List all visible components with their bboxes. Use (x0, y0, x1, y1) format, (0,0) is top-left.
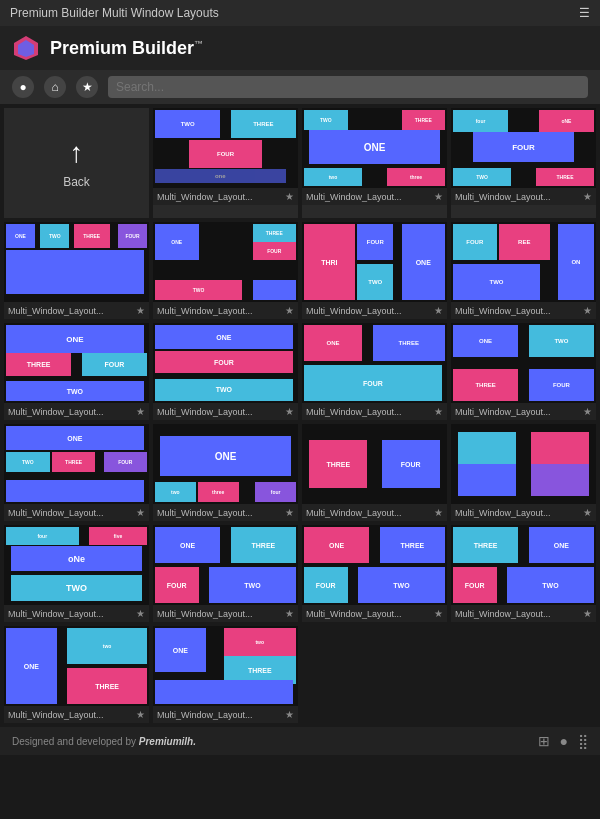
favorite-star[interactable]: ★ (285, 507, 294, 518)
favorite-star[interactable]: ★ (136, 608, 145, 619)
toolbar: ● ⌂ ★ (0, 70, 600, 104)
back-label: Back (63, 175, 90, 189)
list-item[interactable]: TWO THREE FOUR one Multi_Window_Layout..… (153, 108, 298, 218)
item-label: Multi_Window_Layout... (157, 306, 253, 316)
list-item[interactable]: TWO THREE ONE two three Multi_Window_Lay… (302, 108, 447, 218)
item-label: Multi_Window_Layout... (455, 407, 551, 417)
logo-icon (12, 34, 40, 62)
item-label: Multi_Window_Layout... (306, 192, 402, 202)
item-label: Multi_Window_Layout... (8, 609, 104, 619)
grid-view-icon[interactable]: ⊞ (538, 733, 550, 749)
favorite-star[interactable]: ★ (434, 191, 443, 202)
menu-icon[interactable]: ☰ (579, 6, 590, 20)
favorite-star[interactable]: ★ (434, 305, 443, 316)
favorite-star[interactable]: ★ (285, 608, 294, 619)
app-title: Premium Builder™ (50, 38, 203, 59)
list-item[interactable]: ONE THREE FOUR TWO Multi_Window_Layout..… (153, 525, 298, 622)
favorite-star[interactable]: ★ (136, 305, 145, 316)
circle-view-icon[interactable]: ● (560, 733, 568, 749)
favorite-star[interactable]: ★ (583, 406, 592, 417)
favorite-star[interactable]: ★ (136, 507, 145, 518)
list-item[interactable]: ONE two three four Multi_Window_Layout..… (153, 424, 298, 521)
list-item[interactable]: THREE ONE FOUR TWO Multi_Window_Layout..… (451, 525, 596, 622)
list-item[interactable]: four oNE FOUR TWO THREE Multi_Window_Lay… (451, 108, 596, 218)
header: Premium Builder™ (0, 26, 600, 70)
item-label: Multi_Window_Layout... (306, 306, 402, 316)
item-label: Multi_Window_Layout... (157, 710, 253, 720)
favorite-star[interactable]: ★ (583, 507, 592, 518)
favorite-star[interactable]: ★ (583, 305, 592, 316)
star-button[interactable]: ★ (76, 76, 98, 98)
layout-grid: ↑ Back TWO THREE FOUR one Multi_Window_L… (0, 104, 600, 727)
list-item[interactable]: ONE THREE FOUR TWO Multi_Window_Layout..… (153, 222, 298, 319)
list-item[interactable]: ONE TWO THREE FOUR Multi_Window_Layout..… (451, 323, 596, 420)
item-label: Multi_Window_Layout... (455, 306, 551, 316)
title-bar: Premium Builder Multi Window Layouts ☰ (0, 0, 600, 26)
footer: Designed and developed by Premiumilh. ⊞ … (0, 727, 600, 755)
home-button[interactable]: ⌂ (44, 76, 66, 98)
item-label: Multi_Window_Layout... (455, 508, 551, 518)
item-label: Multi_Window_Layout... (157, 508, 253, 518)
favorite-star[interactable]: ★ (583, 608, 592, 619)
item-label: Multi_Window_Layout... (306, 407, 402, 417)
item-label: Multi_Window_Layout... (157, 192, 253, 202)
back-button[interactable]: ↑ Back (4, 108, 149, 218)
favorite-star[interactable]: ★ (285, 305, 294, 316)
item-label: Multi_Window_Layout... (8, 306, 104, 316)
favorite-star[interactable]: ★ (136, 709, 145, 720)
footer-credit: Designed and developed by Premiumilh. (12, 736, 196, 747)
title-bar-text: Premium Builder Multi Window Layouts (10, 6, 219, 20)
favorite-star[interactable]: ★ (285, 191, 294, 202)
favorite-star[interactable]: ★ (285, 709, 294, 720)
circle-button[interactable]: ● (12, 76, 34, 98)
favorite-star[interactable]: ★ (583, 191, 592, 202)
list-item[interactable]: ONE two THREE Multi_Window_Layout... ★ (153, 626, 298, 723)
list-item[interactable]: ONE FOUR TWO Multi_Window_Layout... ★ (153, 323, 298, 420)
list-item[interactable]: ONE two THREE Multi_Window_Layout... ★ (4, 626, 149, 723)
item-label: Multi_Window_Layout... (8, 710, 104, 720)
item-label: Multi_Window_Layout... (157, 609, 253, 619)
favorite-star[interactable]: ★ (434, 507, 443, 518)
list-item[interactable]: four five oNe TWO Multi_Window_Layout...… (4, 525, 149, 622)
list-item[interactable]: ONE TWO THREE FOUR Multi_Window_Layout..… (4, 222, 149, 319)
footer-icons: ⊞ ● ⣿ (538, 733, 588, 749)
item-label: Multi_Window_Layout... (455, 609, 551, 619)
item-label: Multi_Window_Layout... (306, 508, 402, 518)
item-label: Multi_Window_Layout... (455, 192, 551, 202)
list-item[interactable]: THREE FOUR Multi_Window_Layout... ★ (302, 424, 447, 521)
favorite-star[interactable]: ★ (434, 608, 443, 619)
list-item[interactable]: ONE THREE FOUR Multi_Window_Layout... ★ (302, 323, 447, 420)
back-arrow-icon: ↑ (70, 137, 84, 169)
search-input[interactable] (108, 76, 588, 98)
list-item[interactable]: ONE THREE FOUR TWO Multi_Window_Layout..… (4, 323, 149, 420)
favorite-star[interactable]: ★ (136, 406, 145, 417)
list-item[interactable]: ONE TWO THREE FOUR Multi_Window_Layout..… (4, 424, 149, 521)
favorite-star[interactable]: ★ (434, 406, 443, 417)
item-label: Multi_Window_Layout... (157, 407, 253, 417)
list-item[interactable]: THRI FOUR TWO ONE Multi_Window_Layout...… (302, 222, 447, 319)
item-label: Multi_Window_Layout... (306, 609, 402, 619)
list-item[interactable]: FOUR REE ON TWO Multi_Window_Layout... ★ (451, 222, 596, 319)
item-label: Multi_Window_Layout... (8, 407, 104, 417)
item-label: Multi_Window_Layout... (8, 508, 104, 518)
dots-view-icon[interactable]: ⣿ (578, 733, 588, 749)
list-item[interactable]: Multi_Window_Layout... ★ (451, 424, 596, 521)
footer-brand: Premiumilh. (139, 736, 196, 747)
favorite-star[interactable]: ★ (285, 406, 294, 417)
list-item[interactable]: ONE THREE FOUR TWO Multi_Window_Layout..… (302, 525, 447, 622)
